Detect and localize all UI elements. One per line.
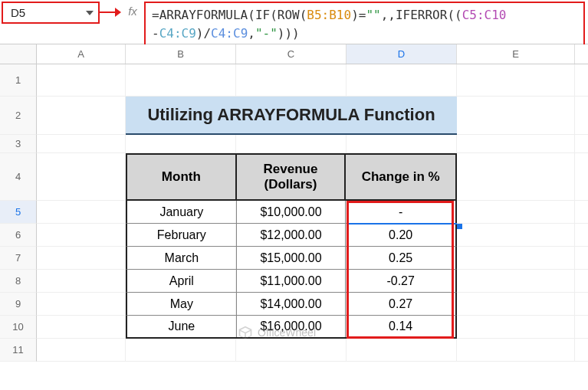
formula-token: ROW [278,8,300,22]
row-header[interactable]: 9 [0,293,37,316]
cell-month[interactable]: January [127,201,237,223]
formula-token: ( [300,8,307,22]
cell-revenue[interactable]: $14,000.00 [237,293,347,315]
cell-month[interactable]: June [127,316,237,337]
cell-revenue[interactable]: $16,000.00 [237,316,347,337]
formula-token: ( [248,8,255,22]
cells-area[interactable]: Utilizing ARRAYFORMULA Function Month Re… [37,64,588,362]
cell-month[interactable]: February [127,224,237,246]
data-table: Month Revenue (Dollars) Change in % Janu… [126,153,457,339]
row-header[interactable]: 7 [0,247,37,270]
formula-token: ) [351,8,359,22]
cell-change[interactable]: - [346,201,455,223]
cell-change[interactable]: 0.27 [346,293,455,315]
table-row: May $14,000.00 0.27 [126,293,457,316]
formula-token: "-" [255,26,278,41]
formula-token: B5:B10 [307,8,351,22]
formula-bar[interactable]: =ARRAYFORMULA(IF(ROW(B5:B10)="",,IFERROR… [144,2,585,48]
spreadsheet-grid: A B C D E 1 2 3 4 5 6 7 8 9 10 11 [0,44,588,362]
row-header[interactable]: 8 [0,270,37,293]
row-header[interactable]: 3 [0,135,37,153]
col-header-B[interactable]: B [126,44,236,64]
col-header-D[interactable]: D [347,44,457,64]
col-header-E[interactable]: E [457,44,575,64]
row-header[interactable]: 5 [0,201,37,224]
col-header-A[interactable]: A [37,44,126,64]
table-row: January $10,000.00 - [126,201,457,224]
formula-token: = [359,8,366,22]
table-row: March $15,000.00 0.25 [126,247,457,270]
table-header-month: Month [127,155,237,199]
cell-change[interactable]: 0.20 [346,224,455,246]
cell-revenue[interactable]: $12,000.00 [237,224,347,246]
select-all-corner[interactable] [0,44,37,64]
formula-token: C4:C9 [211,26,248,41]
cell-month[interactable]: May [127,293,237,315]
formula-token: - [152,26,159,41]
table-row: February $12,000.00 0.20 [126,224,457,247]
cell-change[interactable]: -0.27 [346,270,455,292]
table-header-revenue: Revenue (Dollars) [237,155,347,199]
column-headers: A B C D E [0,44,588,64]
table-header-row: Month Revenue (Dollars) Change in % [126,153,457,201]
formula-token: (( [447,8,462,22]
cell-change[interactable]: 0.14 [346,316,455,337]
formula-token: IFERROR [396,8,447,22]
formula-token: ))) [278,26,300,41]
active-cell-border [347,223,457,224]
row-headers: 1 2 3 4 5 6 7 8 9 10 11 [0,64,37,362]
row-header[interactable]: 6 [0,224,37,247]
formula-token: / [203,26,211,41]
cell-revenue[interactable]: $11,000.00 [237,270,347,292]
formula-token: ARRAYFORMULA [159,8,248,22]
cell-revenue[interactable]: $15,000.00 [237,247,347,269]
cell-month[interactable]: April [127,270,237,292]
formula-token: IF [255,8,270,22]
formula-token: C4:C9 [159,26,196,41]
chevron-down-icon[interactable] [86,11,94,15]
table-row: June $16,000.00 0.14 [126,316,457,339]
table-row: April $11,000.00 -0.27 [126,270,457,293]
formula-token: = [152,8,159,22]
row-header[interactable]: 10 [0,316,37,339]
row-header[interactable]: 11 [0,339,37,362]
col-header-C[interactable]: C [236,44,347,64]
table-header-change: Change in % [346,155,455,199]
name-box[interactable]: D5 [2,2,100,24]
formula-token: C5:C10 [462,8,507,22]
cell-month[interactable]: March [127,247,237,269]
row-header[interactable]: 2 [0,97,37,135]
fill-handle[interactable] [457,224,462,229]
formula-token: ,, [381,8,396,22]
name-box-value: D5 [11,6,86,19]
formula-toolbar: D5 fx =ARRAYFORMULA(IF(ROW(B5:B10)="",,I… [0,0,588,44]
formula-token: ( [270,8,278,22]
row-header[interactable]: 1 [0,64,37,97]
cell-change[interactable]: 0.25 [346,247,455,269]
formula-token: ) [196,26,204,41]
annotation-arrow [100,2,121,24]
cell-revenue[interactable]: $10,000.00 [237,201,347,223]
formula-token: "" [366,8,380,22]
page-title: Utilizing ARRAYFORMULA Function [126,97,457,135]
row-header[interactable]: 4 [0,153,37,201]
fx-icon: fx [121,0,144,18]
formula-token: , [248,26,255,41]
